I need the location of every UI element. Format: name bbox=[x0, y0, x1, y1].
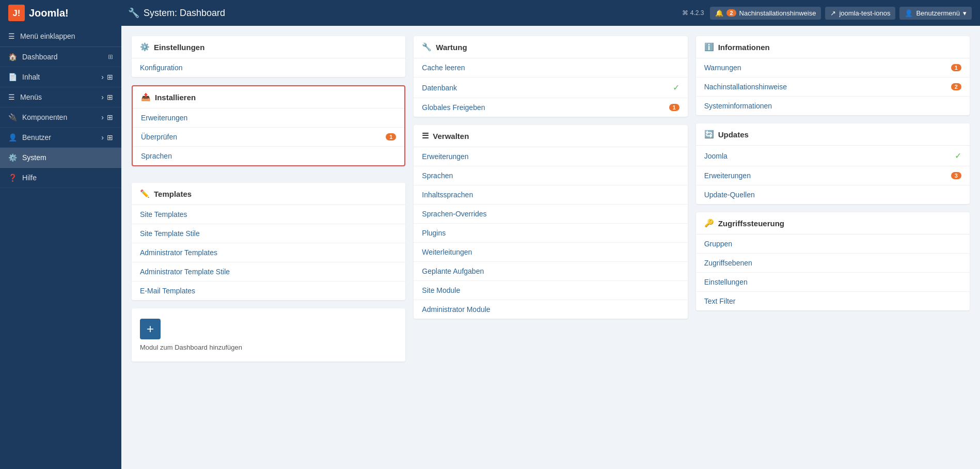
geplante-aufgaben-label: Geplante Aufgaben bbox=[422, 267, 484, 275]
installieren-body: Erweiterungen Überprüfen 1 Sprachen bbox=[133, 108, 404, 165]
update-quellen-link[interactable]: Update-Quellen bbox=[696, 185, 970, 204]
erweiterungen-update-link[interactable]: Erweiterungen 3 bbox=[696, 166, 970, 185]
email-templates-link[interactable]: E-Mail Templates bbox=[132, 282, 405, 300]
sidebar-item-label: Dashboard bbox=[22, 53, 58, 61]
topbar: J! Joomla! 🔧 System: Dashboard ⌘ 4.2.3 🔔… bbox=[0, 0, 980, 26]
einstellungen-link[interactable]: Einstellungen bbox=[696, 273, 970, 292]
weiterleitungen-link[interactable]: Weiterleitungen bbox=[414, 243, 687, 262]
site-module-link[interactable]: Site Module bbox=[414, 281, 687, 300]
arrow-icon: › bbox=[101, 73, 104, 81]
administrator-template-stile-link[interactable]: Administrator Template Stile bbox=[132, 262, 405, 282]
wartung-body: Cache leeren Datenbank ✓ Globales Freige… bbox=[414, 58, 687, 117]
page-title-area: 🔧 System: Dashboard bbox=[128, 7, 676, 19]
gruppen-link[interactable]: Gruppen bbox=[696, 234, 970, 254]
sidebar-item-hilfe[interactable]: ❓ Hilfe bbox=[0, 168, 121, 188]
verwalten-card: ☰ Verwalten Erweiterungen Sprachen Inhal… bbox=[414, 125, 687, 319]
user-menu-button[interactable]: 👤 Benutzermenü ▾ bbox=[899, 7, 972, 20]
templates-card: ✏️ Templates Site Templates Site Templat… bbox=[132, 183, 405, 300]
einstellungen-link-label: Einstellungen bbox=[704, 278, 748, 286]
globales-freigeben-badge: 1 bbox=[669, 104, 679, 111]
sidebar-item-label: Benutzer bbox=[22, 133, 51, 142]
notifications-button[interactable]: 🔔 2 Nachinstallationshinweise bbox=[710, 7, 821, 20]
sidebar-collapse-button[interactable]: ☰ Menü einklappen bbox=[0, 26, 121, 47]
joomla-check: ✓ bbox=[955, 151, 961, 161]
zugriffssteuerung-title: Zugriffssteuerung bbox=[718, 219, 784, 228]
verwalten-body: Erweiterungen Sprachen Inhaltssprachen S… bbox=[414, 147, 687, 319]
main-content: ⚙️ Einstellungen Konfiguration 📤 Install… bbox=[121, 26, 980, 469]
add-module-button[interactable]: + bbox=[140, 319, 161, 339]
sidebar-item-dashboard[interactable]: 🏠 Dashboard ⊞ bbox=[0, 47, 121, 67]
joomla-logo-icon: J! bbox=[8, 5, 25, 21]
ueberpruefen-badge: 1 bbox=[386, 133, 396, 140]
update-quellen-label: Update-Quellen bbox=[704, 191, 755, 199]
globales-freigeben-label: Globales Freigeben bbox=[422, 103, 485, 112]
sprachen-manage-link[interactable]: Sprachen bbox=[414, 166, 687, 185]
external-link-icon: ↗ bbox=[830, 9, 836, 17]
administrator-templates-label: Administrator Templates bbox=[140, 248, 217, 257]
sprachen-overrides-link[interactable]: Sprachen-Overrides bbox=[414, 205, 687, 224]
updates-card: 🔄 Updates Joomla ✓ Erweiterungen 3 bbox=[696, 123, 970, 204]
administrator-template-stile-label: Administrator Template Stile bbox=[140, 268, 230, 276]
add-module-section: + Modul zum Dashboard hinzufügen bbox=[132, 308, 405, 362]
refresh-icon: 🔄 bbox=[704, 130, 714, 139]
zugriffssteuerung-card: 🔑 Zugriffssteuerung Gruppen Zugriffseben… bbox=[696, 212, 970, 310]
sidebar-item-label: System bbox=[22, 153, 46, 162]
erweiterungen-manage-link[interactable]: Erweiterungen bbox=[414, 147, 687, 166]
informationen-title: Informationen bbox=[718, 43, 770, 52]
konfiguration-link[interactable]: Konfiguration bbox=[132, 58, 405, 77]
system-icon: ⚙️ bbox=[8, 153, 17, 162]
inhaltssprachen-link[interactable]: Inhaltssprachen bbox=[414, 185, 687, 205]
zugriffsebenen-label: Zugriffsebenen bbox=[704, 259, 752, 267]
sidebar-item-label: Hilfe bbox=[22, 174, 37, 182]
erweiterungen-install-link[interactable]: Erweiterungen bbox=[133, 108, 404, 128]
installieren-title: Installieren bbox=[155, 93, 196, 102]
text-filter-link[interactable]: Text Filter bbox=[696, 292, 970, 310]
sidebar-item-system[interactable]: ⚙️ System bbox=[0, 148, 121, 168]
grid-icon: ⊞ bbox=[108, 53, 113, 60]
main-layout: ☰ Menü einklappen 🏠 Dashboard ⊞ 📄 Inhalt… bbox=[0, 26, 980, 469]
nachinstallationshinweise-label: Nachinstallationshinweise bbox=[704, 83, 787, 91]
ueberpruefen-link[interactable]: Überprüfen 1 bbox=[133, 128, 404, 147]
cache-leeren-link[interactable]: Cache leeren bbox=[414, 58, 687, 77]
column-2: 🔧 Wartung Cache leeren Datenbank ✓ Globa… bbox=[414, 36, 687, 319]
page-title: System: Dashboard bbox=[144, 8, 225, 19]
key-icon: 🔑 bbox=[704, 218, 714, 228]
verwalten-title: Verwalten bbox=[433, 132, 469, 140]
sidebar-item-menus[interactable]: ☰ Menüs › ⊞ bbox=[0, 87, 121, 107]
sidebar-item-benutzer[interactable]: 👤 Benutzer › ⊞ bbox=[0, 128, 121, 148]
systeminformationen-label: Systeminformationen bbox=[704, 102, 772, 110]
sidebar-item-label: Komponenten bbox=[22, 113, 67, 121]
informationen-card: ℹ️ Informationen Warnungen 1 Nachinstall… bbox=[696, 36, 970, 115]
informationen-header: ℹ️ Informationen bbox=[696, 36, 970, 58]
sprachen-install-link[interactable]: Sprachen bbox=[133, 147, 404, 165]
installieren-card: 📤 Installieren Erweiterungen Überprüfen … bbox=[132, 85, 405, 166]
zugriffssteuerung-body: Gruppen Zugriffsebenen Einstellungen Tex… bbox=[696, 234, 970, 310]
datenbank-link[interactable]: Datenbank ✓ bbox=[414, 77, 687, 98]
site-templates-link[interactable]: Site Templates bbox=[132, 205, 405, 224]
sprachen-manage-label: Sprachen bbox=[422, 171, 453, 180]
dashboard-icon: 🏠 bbox=[8, 53, 17, 61]
plugins-link[interactable]: Plugins bbox=[414, 224, 687, 243]
zugriffsebenen-link[interactable]: Zugriffsebenen bbox=[696, 254, 970, 273]
konfiguration-label: Konfiguration bbox=[140, 64, 183, 72]
sidebar: ☰ Menü einklappen 🏠 Dashboard ⊞ 📄 Inhalt… bbox=[0, 26, 121, 469]
site-button[interactable]: ↗ joomla-test-ionos bbox=[825, 7, 895, 20]
geplante-aufgaben-link[interactable]: Geplante Aufgaben bbox=[414, 262, 687, 281]
systeminformationen-link[interactable]: Systeminformationen bbox=[696, 97, 970, 115]
globales-freigeben-link[interactable]: Globales Freigeben 1 bbox=[414, 98, 687, 117]
nachinstallationshinweise-link[interactable]: Nachinstallationshinweise 2 bbox=[696, 77, 970, 97]
topbar-right: ⌘ 4.2.3 🔔 2 Nachinstallationshinweise ↗ … bbox=[682, 7, 972, 20]
wartung-title: Wartung bbox=[436, 43, 467, 52]
cache-leeren-label: Cache leeren bbox=[422, 64, 465, 72]
templates-title: Templates bbox=[154, 190, 192, 198]
administrator-module-link[interactable]: Administrator Module bbox=[414, 300, 687, 319]
joomla-update-link[interactable]: Joomla ✓ bbox=[696, 146, 970, 166]
sidebar-item-inhalt[interactable]: 📄 Inhalt › ⊞ bbox=[0, 67, 121, 87]
installieren-header: 📤 Installieren bbox=[133, 86, 404, 108]
warnungen-link[interactable]: Warnungen 1 bbox=[696, 58, 970, 77]
site-template-stile-link[interactable]: Site Template Stile bbox=[132, 224, 405, 243]
warnungen-label: Warnungen bbox=[704, 64, 741, 72]
sprachen-install-label: Sprachen bbox=[141, 152, 172, 160]
sidebar-item-komponenten[interactable]: 🔌 Komponenten › ⊞ bbox=[0, 107, 121, 128]
administrator-templates-link[interactable]: Administrator Templates bbox=[132, 243, 405, 262]
